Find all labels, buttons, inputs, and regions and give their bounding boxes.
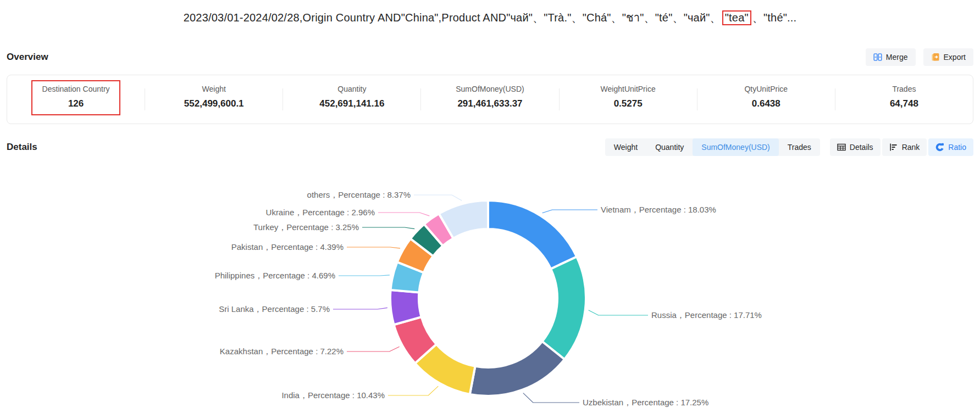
tab-details[interactable]: Details — [830, 138, 881, 156]
tab-ratio[interactable]: Ratio — [928, 138, 973, 156]
merge-button[interactable]: Merge — [866, 48, 916, 66]
label-line-philippines — [339, 275, 390, 276]
stat-value: 291,461,633.37 — [421, 98, 558, 109]
label-line-uzbekistan — [523, 393, 579, 403]
overview-heading: Overview — [7, 52, 48, 63]
tab-label: Details — [850, 143, 873, 152]
label-line-pakistan — [347, 247, 400, 248]
stat-label: Destination Country — [7, 85, 145, 93]
query-title: 2023/03/01-2024/02/28,Origin Country AND… — [0, 0, 980, 26]
stat-label: QtyUnitPrice — [697, 85, 835, 93]
overview-stats-card: Destination Country126Weight552,499,600.… — [7, 75, 973, 124]
pie-label-sri-lanka: Sri Lanka，Percentage : 5.7% — [219, 304, 330, 314]
details-heading: Details — [7, 142, 37, 153]
merge-button-label: Merge — [886, 53, 908, 62]
label-line-india — [388, 386, 438, 395]
stat-quantity: Quantity452,691,141.16 — [283, 75, 420, 124]
pie-slice-vietnam[interactable] — [488, 200, 577, 269]
pie-label-india: India，Percentage : 10.43% — [281, 390, 385, 400]
pie-label-pakistan: Pakistan，Percentage : 4.39% — [231, 242, 344, 252]
ratio-pie-chart: Vietnam，Percentage : 18.03%Russia，Percen… — [0, 156, 980, 413]
stat-label: Weight — [145, 85, 283, 93]
stat-label: WeightUnitPrice — [560, 85, 697, 93]
export-button[interactable]: Export — [923, 48, 973, 66]
label-line-kazakhstan — [347, 347, 400, 351]
overview-actions: Merge Export — [866, 48, 973, 66]
metric-tab-group: WeightQuantitySumOfMoney(USD)Trades — [605, 138, 820, 156]
pie-label-uzbekistan: Uzbekistan，Percentage : 17.25% — [583, 398, 708, 407]
stat-label: Quantity — [283, 85, 420, 93]
tab-weight[interactable]: Weight — [605, 138, 646, 156]
view-tab-group: DetailsRankRatio — [830, 138, 973, 156]
stat-label: Trades — [835, 85, 973, 93]
pie-label-others: others，Percentage : 8.37% — [307, 190, 411, 199]
stat-destination-country: Destination Country126 — [7, 75, 145, 124]
label-line-ukraine — [378, 213, 429, 216]
tab-sumofmoney-usd[interactable]: SumOfMoney(USD) — [693, 138, 778, 156]
label-line-others — [414, 195, 462, 200]
merge-icon — [873, 53, 882, 62]
label-line-sri-lanka — [333, 308, 387, 309]
stat-qtyunitprice: QtyUnitPrice0.6438 — [697, 75, 835, 124]
stat-value: 0.6438 — [697, 98, 835, 109]
pie-label-kazakhstan: Kazakhstan，Percentage : 7.22% — [220, 347, 344, 356]
tab-quantity[interactable]: Quantity — [646, 138, 693, 156]
stat-value: 64,748 — [835, 98, 973, 109]
stat-value: 452,691,141.16 — [283, 98, 420, 109]
pie-slice-uzbekistan[interactable] — [470, 342, 564, 396]
highlighted-keyword: "tea" — [725, 12, 749, 24]
tab-rank[interactable]: Rank — [882, 138, 927, 156]
overview-header-row: Overview Merge — [7, 48, 973, 66]
label-line-russia — [589, 310, 648, 315]
stat-weightunitprice: WeightUnitPrice0.5275 — [560, 75, 697, 124]
label-line-turkey — [362, 227, 414, 229]
pie-slice-russia[interactable] — [542, 257, 586, 360]
stat-sumofmoney-usd: SumOfMoney(USD)291,461,633.37 — [421, 75, 558, 124]
stat-value: 126 — [7, 98, 145, 109]
stat-weight: Weight552,499,600.1 — [145, 75, 283, 124]
pie-label-vietnam: Vietnam，Percentage : 18.03% — [601, 205, 716, 214]
stat-value: 552,499,600.1 — [145, 98, 283, 109]
donut-icon — [935, 143, 944, 152]
table-icon — [837, 143, 846, 152]
tab-label: Rank — [902, 143, 920, 152]
pie-label-ukraine: Ukraine，Percentage : 2.96% — [266, 208, 375, 217]
stat-label: SumOfMoney(USD) — [421, 85, 558, 93]
details-header-row: Details WeightQuantitySumOfMoney(USD)Tra… — [7, 138, 973, 156]
pie-chart-canvas: Vietnam，Percentage : 18.03%Russia，Percen… — [0, 156, 980, 413]
highlight-red-box-title: "tea" — [722, 10, 751, 25]
pie-label-russia: Russia，Percentage : 17.71% — [651, 310, 762, 320]
trade-analysis-page: 2023/03/01-2024/02/28,Origin Country AND… — [0, 0, 980, 413]
pie-label-philippines: Philippines，Percentage : 4.69% — [215, 271, 335, 280]
rank-icon — [889, 143, 898, 152]
stat-value: 0.5275 — [560, 98, 697, 109]
export-button-label: Export — [944, 53, 966, 62]
pie-label-turkey: Turkey，Percentage : 3.25% — [253, 222, 359, 232]
stat-trades: Trades64,748 — [835, 75, 973, 124]
details-controls: WeightQuantitySumOfMoney(USD)Trades Deta… — [605, 138, 973, 156]
tab-label: Ratio — [948, 143, 966, 152]
query-title-suffix: 、"thé"... — [752, 12, 796, 24]
label-line-vietnam — [542, 210, 597, 213]
export-icon — [931, 53, 940, 62]
query-title-text: 2023/03/01-2024/02/28,Origin Country AND… — [184, 12, 721, 24]
tab-trades[interactable]: Trades — [779, 138, 820, 156]
